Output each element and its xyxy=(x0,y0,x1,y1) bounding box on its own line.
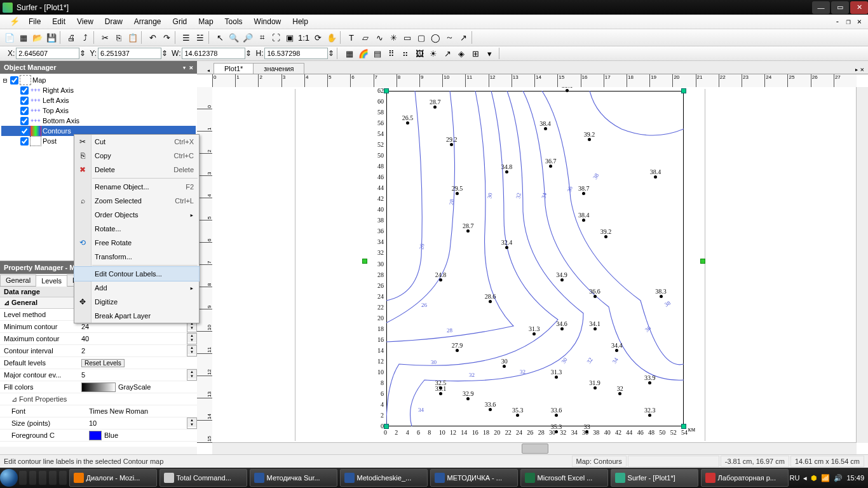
ctx-add[interactable]: Add▸ xyxy=(74,281,199,295)
quicklaunch-icon[interactable] xyxy=(39,471,46,485)
ctx-delete[interactable]: ✖DeleteDelete xyxy=(74,163,199,177)
symbol-icon[interactable]: ✳ xyxy=(386,30,400,44)
task-word1[interactable]: Методичка Sur... xyxy=(250,469,337,487)
map-frame[interactable]: 26 28 30 32 34 36 38 26 28 30 32 32 30 3… xyxy=(372,91,684,440)
polygon-icon[interactable]: ▱ xyxy=(358,30,372,44)
property-manager-icon[interactable]: ☱ xyxy=(193,30,207,44)
ctx-rename[interactable]: Rename Object...F2 xyxy=(74,180,199,194)
x-input[interactable] xyxy=(16,48,79,59)
tray-icon[interactable]: 📶 xyxy=(821,474,830,482)
pointer-icon[interactable]: ↖ xyxy=(213,30,227,44)
spline-icon[interactable]: ～ xyxy=(442,30,456,44)
rounded-rect-icon[interactable]: ▢ xyxy=(414,30,428,44)
map-checkbox[interactable] xyxy=(10,76,18,85)
vertical-scrollbar[interactable] xyxy=(856,87,868,443)
scrollbar-thumb[interactable] xyxy=(522,444,548,454)
object-manager-icon[interactable]: ☰ xyxy=(179,30,193,44)
ctx-transform[interactable]: Transform... xyxy=(74,250,199,264)
reshape-icon[interactable]: ↗ xyxy=(456,30,470,44)
quicklaunch-icon[interactable] xyxy=(19,471,27,485)
image-map-icon[interactable]: 🖼 xyxy=(412,46,426,60)
menu-map[interactable]: Map xyxy=(193,17,219,26)
surface-3d-icon[interactable]: ◈ xyxy=(454,46,468,60)
classed-post-icon[interactable]: ⠶ xyxy=(398,46,412,60)
prop-size-value[interactable]: 10 xyxy=(89,419,97,427)
prop-major-value[interactable]: 5 xyxy=(81,371,85,379)
open-icon[interactable]: 📂 xyxy=(31,30,44,44)
prop-font-value[interactable]: Times New Roman xyxy=(89,407,148,415)
axis-checkbox[interactable] xyxy=(20,107,29,115)
stepper-icon[interactable]: ▲▼ xyxy=(187,333,197,344)
clock[interactable]: 15:49 xyxy=(846,474,864,482)
lang-indicator[interactable]: RU xyxy=(790,474,800,482)
menu-file[interactable]: File xyxy=(23,17,46,26)
save-icon[interactable]: 💾 xyxy=(44,30,58,44)
plot-canvas[interactable]: 26 28 30 32 34 36 38 26 28 30 32 32 30 3… xyxy=(212,87,857,443)
menu-draw[interactable]: Draw xyxy=(99,17,128,26)
menu-arrange[interactable]: Arrange xyxy=(128,17,167,26)
tray-icon[interactable]: 🔊 xyxy=(834,474,843,482)
contours-checkbox[interactable] xyxy=(20,127,29,135)
zoom-full-icon[interactable]: ⛶ xyxy=(269,30,283,44)
tab-scroll-left-icon[interactable]: ◂ xyxy=(203,67,214,74)
tab-close-icon[interactable]: × xyxy=(860,65,864,74)
mdi-restore[interactable]: ❐ xyxy=(844,17,853,26)
cut-icon[interactable]: ✂ xyxy=(98,30,112,44)
menu-tools[interactable]: Tools xyxy=(219,17,248,26)
grid-data-icon[interactable]: ▦ xyxy=(342,46,356,60)
ctx-edit-contour-labels[interactable]: Edit Contour Labels... xyxy=(74,267,199,281)
task-pdf[interactable]: Лабораторная р... xyxy=(701,469,789,487)
ctx-order-objects[interactable]: Order Objects▸ xyxy=(74,208,199,222)
post-map-icon[interactable]: ⠿ xyxy=(384,46,398,60)
ctx-copy[interactable]: ⎘CopyCtrl+C xyxy=(74,149,199,163)
axis-checkbox[interactable] xyxy=(20,117,29,125)
ctx-rotate[interactable]: Rotate... xyxy=(74,222,199,236)
stepper-icon[interactable]: ⇕ xyxy=(245,49,252,58)
ctx-cut[interactable]: ✂CutCtrl+X xyxy=(74,135,199,149)
ellipse-icon[interactable]: ◯ xyxy=(428,30,442,44)
tab-scroll-right-icon[interactable]: ▸ xyxy=(855,65,859,74)
ctx-digitize[interactable]: ✥Digitize xyxy=(74,295,199,309)
stepper-icon[interactable]: ▲▼ xyxy=(187,345,197,356)
selection-handle[interactable] xyxy=(362,259,367,264)
export-icon[interactable]: ⤴ xyxy=(78,30,92,44)
maximize-button[interactable]: ▭ xyxy=(831,1,849,14)
tree-top-axis[interactable]: +++Top Axis xyxy=(1,105,196,116)
vector-map-icon[interactable]: ↗ xyxy=(440,46,454,60)
dropdown-icon[interactable]: ▾ xyxy=(482,46,496,60)
menu-window[interactable]: Window xyxy=(248,17,287,26)
task-surfer[interactable]: Surfer - [Plot1*] xyxy=(611,469,698,487)
color-scale-icon[interactable]: 🌈 xyxy=(356,46,370,60)
blue-swatch[interactable] xyxy=(89,431,102,440)
ctx-zoom-selected[interactable]: ⌕Zoom SelectedCtrl+L xyxy=(74,194,199,208)
ctx-break-apart[interactable]: Break Apart Layer xyxy=(74,309,199,323)
zoom-out-icon[interactable]: 🔎 xyxy=(241,30,255,44)
stepper-icon[interactable]: ⇕ xyxy=(328,49,334,58)
polyline-icon[interactable]: ∿ xyxy=(372,30,386,44)
new-plot-icon[interactable]: 📄 xyxy=(3,30,17,44)
menu-help[interactable]: Help xyxy=(287,17,314,26)
mdi-minimize[interactable]: - xyxy=(832,17,842,26)
tree-bottom-axis[interactable]: +++Bottom Axis xyxy=(1,116,196,126)
copy-icon[interactable]: ⎘ xyxy=(112,30,126,44)
shaded-relief-icon[interactable]: ☀ xyxy=(426,46,440,60)
zoom-page-icon[interactable]: ▣ xyxy=(283,30,297,44)
close-button[interactable]: ✕ xyxy=(850,1,868,14)
pane-close-icon[interactable]: × xyxy=(189,64,193,72)
horizontal-scrollbar[interactable] xyxy=(212,442,857,454)
new-worksheet-icon[interactable]: ▦ xyxy=(17,30,31,44)
mdi-close[interactable]: × xyxy=(855,17,864,26)
zoom-rect-icon[interactable]: ⌗ xyxy=(255,30,269,44)
text-icon[interactable]: T xyxy=(344,30,358,44)
y-input[interactable] xyxy=(98,48,161,59)
tray-icon[interactable]: ◂ xyxy=(803,474,807,482)
stepper-icon[interactable]: ▲▼ xyxy=(187,369,197,381)
stepper-icon[interactable]: ⇕ xyxy=(79,49,86,58)
tray-icon[interactable]: ⬢ xyxy=(811,474,817,482)
zoom-in-icon[interactable]: 🔍 xyxy=(227,30,241,44)
wireframe-icon[interactable]: ⊞ xyxy=(468,46,482,60)
axis-checkbox[interactable] xyxy=(20,86,29,95)
minimize-button[interactable]: — xyxy=(812,1,830,14)
quicklaunch-icon[interactable] xyxy=(49,471,57,485)
tab-levels[interactable]: Levels xyxy=(36,275,67,287)
